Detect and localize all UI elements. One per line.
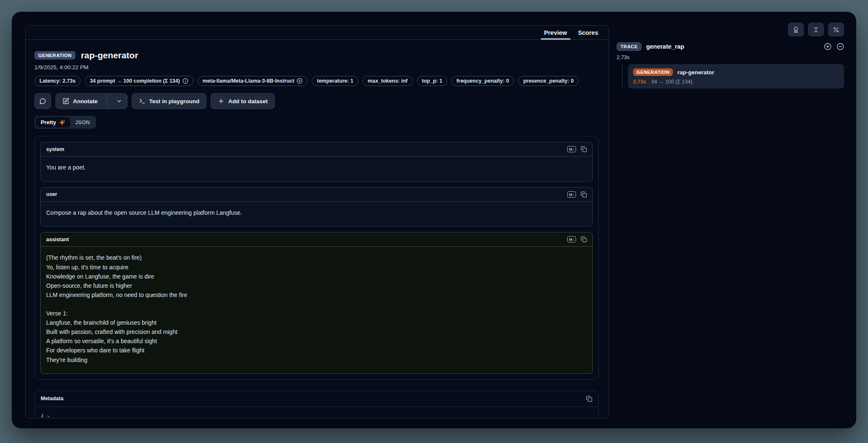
copy-button[interactable] (581, 146, 587, 152)
annotate-button-label: Annotate (73, 98, 98, 104)
add-to-dataset-label: Add to dataset (228, 98, 268, 104)
collapse-json-button[interactable] (46, 414, 51, 418)
system-role-label: system (46, 146, 64, 152)
copy-icon (581, 146, 587, 152)
page-title: rap-generator (81, 50, 138, 60)
copy-button[interactable] (581, 236, 587, 242)
metadata-header: Metadata (35, 391, 598, 407)
user-message-content: Compose a rap about the open source LLM … (41, 202, 592, 226)
edit-icon (63, 98, 69, 104)
terminal-icon (139, 98, 146, 104)
sidebar-action-buttons (617, 23, 844, 36)
system-message-tools: M↓ (567, 146, 587, 152)
expand-all-button[interactable] (824, 43, 832, 50)
top-p-pill-label: top_p: 1 (422, 78, 443, 84)
markdown-toggle-icon[interactable]: M↓ (567, 146, 576, 152)
model-pill: meta-llama/Meta-Llama-3-8B-Instruct (198, 76, 308, 86)
user-message-tools: M↓ (567, 191, 587, 198)
tab-scores[interactable]: Scores (573, 26, 604, 39)
action-buttons-row: Annotate Test in playground Add to datas… (34, 93, 599, 109)
temperature-pill: temperature: 1 (312, 76, 358, 86)
sparkles-icon (59, 120, 65, 125)
node-title-row: GENERATION rap-generator (633, 68, 839, 76)
annotate-button[interactable]: Annotate (56, 94, 103, 109)
assistant-message-tools: M↓ (567, 236, 587, 242)
assistant-message-panel: assistant M↓ (The rhythm is set, the bea… (40, 232, 593, 374)
tab-scores-label: Scores (578, 29, 598, 36)
token-usage-pill: 34 prompt → 100 completion (Σ 134) (85, 76, 193, 86)
assistant-message-header: assistant M↓ (41, 232, 592, 247)
top-p-pill: top_p: 1 (417, 76, 448, 86)
tree-expand-controls (824, 43, 844, 50)
detail-tabs-bar: Preview Scores (26, 26, 609, 40)
metadata-json: { category: "rap" } (35, 407, 598, 418)
frequency-penalty-pill-label: frequency_penalty: 0 (456, 78, 509, 84)
tab-preview[interactable]: Preview (539, 26, 573, 39)
model-pill-label: meta-llama/Meta-Llama-3-8B-Instruct (203, 78, 295, 84)
copy-icon (581, 191, 587, 198)
observation-type-badge: GENERATION (34, 51, 76, 60)
trace-duration: 2.73s (617, 55, 844, 60)
latency-pill: Latency: 2.73s (34, 76, 81, 86)
scores-award-button[interactable] (788, 23, 804, 36)
user-message-panel: user M↓ Compose a rap about the open sou… (40, 187, 593, 227)
json-label: JSON (75, 119, 90, 125)
system-message-content: You are a poet. (41, 156, 592, 181)
stat-pill-row: Latency: 2.73s 34 prompt → 100 completio… (34, 76, 599, 86)
max-tokens-pill: max_tokens: inf (362, 76, 412, 86)
max-tokens-pill-label: max_tokens: inf (368, 78, 407, 84)
node-stats: 2.73s 34 → 100 (Σ 134) (633, 79, 839, 85)
comment-button[interactable] (34, 93, 51, 109)
copy-icon (581, 236, 587, 242)
format-option-json[interactable]: JSON (70, 117, 95, 128)
markdown-toggle-icon[interactable]: M↓ (567, 236, 576, 242)
assistant-message-content: (The rhythm is set, the beat's on fire) … (41, 247, 592, 373)
circle-plus-icon (824, 43, 832, 50)
circle-plus-icon[interactable] (297, 78, 302, 84)
copy-button[interactable] (586, 396, 592, 402)
chevrons-collapse-icon (813, 26, 819, 33)
percent-icon (833, 26, 839, 33)
assistant-role-label: assistant (46, 237, 69, 242)
test-in-playground-button[interactable]: Test in playground (132, 93, 207, 109)
percent-metrics-button[interactable] (828, 23, 844, 36)
presence-penalty-pill-label: presence_penalty: 0 (523, 78, 573, 84)
node-token-usage: 34 → 100 (Σ 134) (651, 79, 692, 85)
format-toggle: Pretty JSON (34, 116, 96, 129)
markdown-toggle-icon[interactable]: M↓ (567, 191, 576, 198)
test-in-playground-label: Test in playground (149, 98, 200, 104)
collapse-all-button[interactable] (837, 43, 844, 50)
observation-timestamp: 1/9/2025, 4:00:22 PM (34, 64, 599, 70)
chevron-down-icon (46, 414, 51, 418)
system-message-panel: system M↓ You are a poet. (40, 142, 593, 182)
observation-detail-card: Preview Scores GENERATION rap-generator … (25, 25, 609, 418)
metadata-panel: Metadata { category: "rap" } (34, 391, 599, 418)
copy-button[interactable] (581, 191, 587, 198)
generation-tree-node[interactable]: GENERATION rap-generator 2.73s 34 → 100 … (628, 64, 844, 89)
annotate-dropdown-button[interactable] (111, 94, 127, 109)
presence-penalty-pill: presence_penalty: 0 (518, 76, 579, 86)
user-message-header: user M↓ (41, 188, 592, 202)
info-icon[interactable] (182, 78, 188, 84)
copy-icon (586, 396, 592, 402)
tree-row: GENERATION rap-generator 2.73s 34 → 100 … (617, 64, 844, 89)
latency-pill-label: Latency: 2.73s (39, 78, 76, 84)
split-divider (107, 94, 107, 109)
format-option-pretty[interactable]: Pretty (36, 117, 70, 128)
temperature-pill-label: temperature: 1 (317, 78, 353, 84)
trace-tree-sidebar: TRACE generate_rap 2.73s GENERATION rap-… (617, 23, 844, 89)
comment-icon (39, 98, 46, 104)
user-role-label: user (46, 191, 57, 197)
circle-minus-icon (837, 43, 844, 50)
add-to-dataset-button[interactable]: Add to dataset (211, 93, 275, 109)
trace-name: generate_rap (646, 43, 824, 50)
title-row: GENERATION rap-generator (34, 50, 599, 60)
plus-icon (218, 98, 224, 104)
collapse-panel-button[interactable] (808, 23, 824, 36)
frequency-penalty-pill: frequency_penalty: 0 (451, 76, 514, 86)
trace-tree-root[interactable]: TRACE generate_rap (617, 42, 844, 51)
award-icon (792, 26, 799, 33)
node-duration: 2.73s (633, 79, 646, 85)
detail-content: GENERATION rap-generator 1/9/2025, 4:00:… (26, 40, 609, 418)
token-usage-pill-label: 34 prompt → 100 completion (Σ 134) (90, 78, 180, 84)
